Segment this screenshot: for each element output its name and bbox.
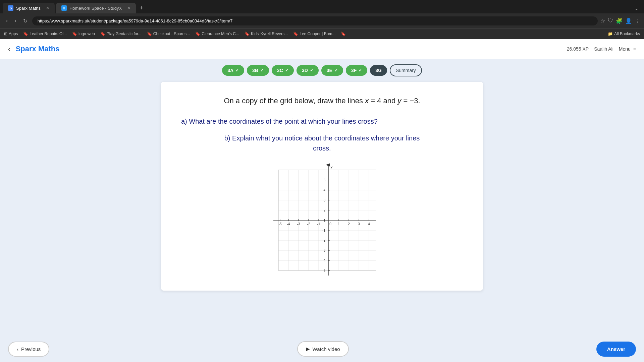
tab-summary[interactable]: Summary <box>390 64 422 76</box>
address-bar-row: ‹ › ↻ ☆ 🛡 🧩 👤 ⋮ <box>0 13 644 28</box>
bookmark-lee-cooper[interactable]: 🔖 Lee Cooper | Bom... <box>293 32 335 36</box>
question-part-a: a) What are the coordinates of the point… <box>181 116 463 126</box>
more-options-icon[interactable]: ⋮ <box>635 18 640 24</box>
svg-text:-5: -5 <box>322 269 325 273</box>
svg-text:3: 3 <box>358 222 360 226</box>
tab-bar-menu-icon[interactable]: ⌄ <box>634 5 641 11</box>
svg-text:-4: -4 <box>287 222 290 226</box>
tab-3f-check-icon: ✓ <box>359 68 362 73</box>
bookmark-leather-icon: 🔖 <box>23 32 28 36</box>
bookmark-star-icon[interactable]: ☆ <box>600 18 605 24</box>
shield-icon[interactable]: 🛡 <box>608 18 613 24</box>
bookmark-checkout-icon: 🔖 <box>147 32 152 36</box>
back-button[interactable]: ‹ <box>8 45 10 53</box>
coordinate-grid: -4 -3 -2 -1 0 1 2 3 4 5 -5 5 4 3 2 1 -1 … <box>268 163 376 277</box>
tab-studyx-label: Homework Space - StudyX <box>69 6 122 11</box>
profile-icon[interactable]: 👤 <box>625 18 632 24</box>
svg-text:3: 3 <box>323 198 325 202</box>
tab-bar: S Sparx Maths ✕ H Homework Space - Study… <box>0 0 644 13</box>
tab-sparx-label: Sparx Maths <box>16 6 41 11</box>
svg-text:-2: -2 <box>307 222 310 226</box>
bookmark-geo-icon: 🔖 <box>100 32 105 36</box>
tab-summary-label: Summary <box>396 68 416 73</box>
svg-text:2: 2 <box>348 222 350 226</box>
bookmark-geotastic[interactable]: 🔖 Play Geotastic for... <box>100 32 142 36</box>
tab-3a-label: 3A <box>227 68 233 73</box>
apps-icon: ⊞ <box>4 32 7 36</box>
bookmark-kids-icon: 🔖 <box>245 32 250 36</box>
tab-3d-check-icon: ✓ <box>310 68 313 73</box>
bookmark-clearance-icon: 🔖 <box>195 32 200 36</box>
bottom-nav: ‹ Previous ▶ Watch video Answer <box>0 336 644 362</box>
tab-3g[interactable]: 3G <box>370 65 387 76</box>
svg-text:-1: -1 <box>317 222 320 226</box>
tab-3b-check-icon: ✓ <box>260 68 264 73</box>
tab-close-icon[interactable]: ✕ <box>46 6 49 10</box>
task-tabs: 3A ✓ 3B ✓ 3C ✓ 3D ✓ 3E ✓ 3F ✓ 3G Summary <box>0 59 644 82</box>
svg-text:2: 2 <box>323 208 325 212</box>
svg-text:1: 1 <box>338 222 340 226</box>
browser-chrome: S Sparx Maths ✕ H Homework Space - Study… <box>0 0 644 39</box>
tab-3d[interactable]: 3D ✓ <box>297 65 319 76</box>
bookmark-checkout[interactable]: 🔖 Checkout - Spares... <box>147 32 190 36</box>
svg-text:-4: -4 <box>322 259 325 262</box>
bookmarks-bar: ⊞ Apps 🔖 Leather Repairs Ol... 🔖 logo-we… <box>0 28 644 39</box>
tab-3f-label: 3F <box>351 68 357 73</box>
tab-3e[interactable]: 3E ✓ <box>321 65 343 76</box>
svg-text:5: 5 <box>323 178 325 182</box>
tab-3a[interactable]: 3A ✓ <box>222 65 244 76</box>
bookmark-lee-icon: 🔖 <box>293 32 298 36</box>
answer-button[interactable]: Answer <box>596 342 636 357</box>
user-name: Saalih Ali <box>594 46 613 52</box>
bookmark-logo-web[interactable]: 🔖 logo-web <box>72 32 95 36</box>
extensions-icon[interactable]: 🧩 <box>616 18 623 24</box>
tab-3a-check-icon: ✓ <box>235 68 239 73</box>
tab-sparx[interactable]: S Sparx Maths ✕ <box>3 3 55 13</box>
new-tab-button[interactable]: + <box>137 3 146 13</box>
hamburger-icon: ≡ <box>633 46 636 52</box>
tab-3e-check-icon: ✓ <box>334 68 338 73</box>
all-bookmarks[interactable]: 📁 All Bookmarks <box>608 32 640 36</box>
tab-3b-label: 3B <box>252 68 258 73</box>
tab-3c[interactable]: 3C ✓ <box>272 65 294 76</box>
answer-label: Answer <box>607 346 625 352</box>
bookmark-clearance[interactable]: 🔖 Clearance Men's C... <box>195 32 239 36</box>
graph-container: -4 -3 -2 -1 0 1 2 3 4 5 -5 5 4 3 2 1 -1 … <box>181 163 463 277</box>
watch-label: Watch video <box>313 346 340 352</box>
watch-video-button[interactable]: ▶ Watch video <box>297 341 349 357</box>
svg-text:0: 0 <box>329 222 331 226</box>
question-card: On a copy of the grid below, draw the li… <box>161 82 483 291</box>
svg-text:4: 4 <box>368 222 370 226</box>
tab-3c-label: 3C <box>277 68 283 73</box>
svg-text:1: 1 <box>323 219 325 222</box>
svg-text:-5: -5 <box>279 222 282 226</box>
xp-display: 26,055 XP <box>567 46 589 52</box>
svg-text:4: 4 <box>323 188 325 192</box>
svg-text:-1: -1 <box>322 229 325 232</box>
menu-label: Menu <box>619 46 631 52</box>
prev-chevron-icon: ‹ <box>17 346 18 352</box>
svg-text:y: y <box>330 165 333 169</box>
question-part-b: b) Explain what you notice about the coo… <box>181 133 463 153</box>
svg-text:-2: -2 <box>322 239 325 242</box>
menu-button[interactable]: Menu ≡ <box>619 46 636 52</box>
prev-label: Previous <box>21 346 41 352</box>
tab-3g-label: 3G <box>375 68 382 73</box>
app-logo: Sparx Maths <box>16 45 567 53</box>
toolbar-icons: ☆ 🛡 🧩 👤 ⋮ <box>600 18 640 24</box>
bookmark-leather[interactable]: 🔖 Leather Repairs Ol... <box>23 32 67 36</box>
bookmark-unnamed[interactable]: 🔖 <box>341 32 346 36</box>
back-nav-button[interactable]: ‹ <box>4 16 10 25</box>
reload-button[interactable]: ↻ <box>21 16 30 25</box>
tab-3b[interactable]: 3B ✓ <box>247 65 269 76</box>
tab-studyx[interactable]: H Homework Space - StudyX ✕ <box>56 3 136 13</box>
bookmark-unnamed-icon: 🔖 <box>341 32 346 36</box>
address-input[interactable] <box>32 16 598 25</box>
previous-button[interactable]: ‹ Previous <box>8 342 49 357</box>
bookmark-apps[interactable]: ⊞ Apps <box>4 32 18 36</box>
tab-3f[interactable]: 3F ✓ <box>346 65 367 76</box>
tab-studyx-close-icon[interactable]: ✕ <box>127 6 130 10</box>
forward-nav-button[interactable]: › <box>12 16 18 25</box>
bookmark-kids[interactable]: 🔖 Kids' Kyrell Revers... <box>245 32 288 36</box>
tab-3e-label: 3E <box>327 68 332 73</box>
